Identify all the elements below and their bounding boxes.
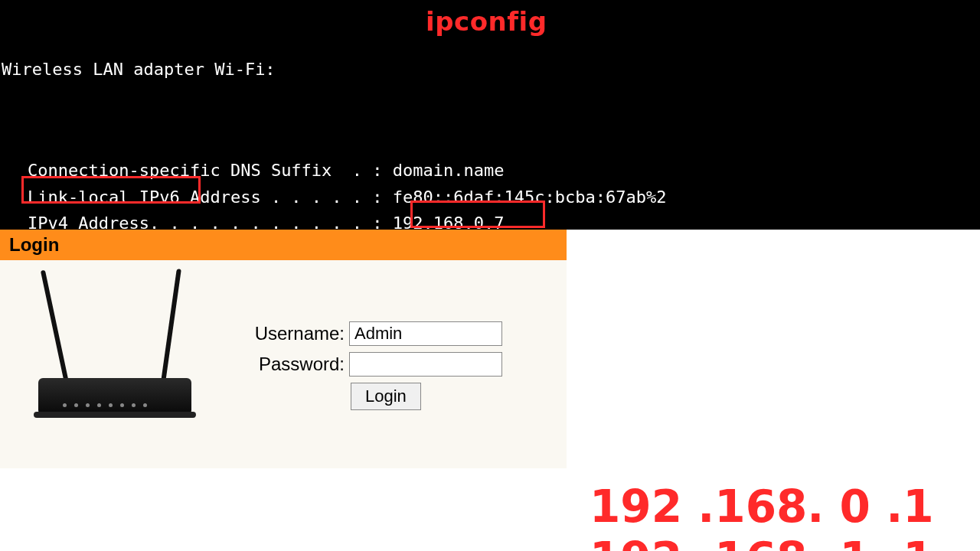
router-led-row-icon	[63, 403, 147, 407]
username-label: Username:	[230, 323, 345, 344]
password-input[interactable]	[349, 352, 502, 377]
router-antenna-icon	[41, 270, 69, 383]
side-annotation: 192 .168. 0 .1 192 .168. 1. 1 XYZ.ABC.P.…	[590, 481, 934, 551]
example-ip-2: 192 .168. 1. 1	[590, 533, 934, 551]
router-image	[15, 283, 214, 436]
terminal-output: Wireless LAN adapter Wi-Fi: Connection-s…	[0, 0, 980, 230]
adapter-title: Wireless LAN adapter Wi-Fi:	[0, 57, 980, 83]
login-form: Username: Password: Login	[230, 321, 502, 436]
ipv6-value: fe80::6daf:145c:bcba:67ab%2	[393, 187, 667, 207]
username-input[interactable]	[349, 321, 502, 346]
password-label: Password:	[230, 354, 345, 375]
login-header: Login	[0, 230, 567, 260]
router-body-icon	[38, 378, 191, 413]
ipconfig-annotation: ipconfig	[426, 2, 547, 42]
example-ip-1: 192 .168. 0 .1	[590, 481, 934, 533]
dns-suffix-value: domain.name	[393, 161, 505, 180]
router-login-panel: Login Username: Password:	[0, 230, 567, 468]
router-antenna-icon	[161, 269, 181, 383]
dns-suffix-label: Connection-specific DNS Suffix . :	[28, 161, 393, 180]
login-button[interactable]: Login	[351, 383, 421, 410]
ipv6-label: Link-local IPv6 Address . . . . . :	[28, 187, 393, 207]
